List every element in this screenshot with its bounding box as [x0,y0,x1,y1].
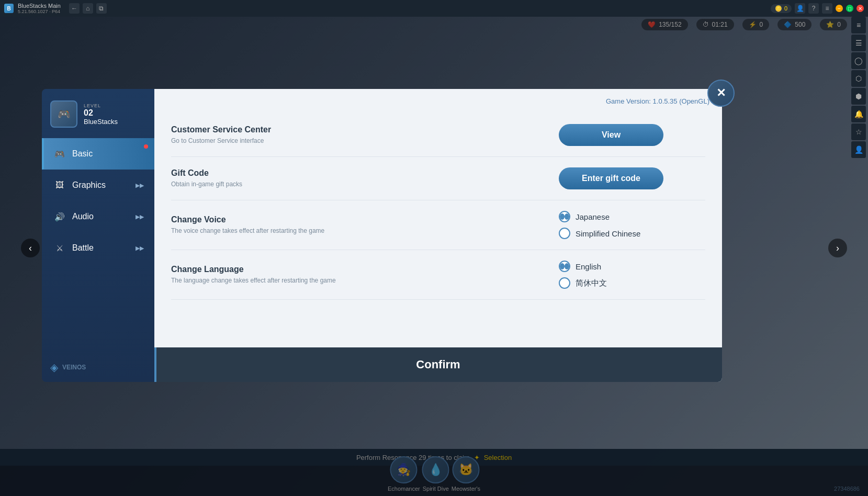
sidebar-btn-8[interactable]: 👤 [851,141,866,158]
sidebar-btn-7[interactable]: ☆ [851,123,866,140]
content-body: Customer Service Center Go to Customer S… [154,109,722,382]
language-simplified-chinese-label: 简休中文 [576,278,607,288]
graphics-icon: 🖼 [52,178,67,193]
change-voice-info: Change Voice The voice change takes effe… [171,215,559,235]
change-language-desc: The language change takes effect after r… [171,276,559,285]
nav-arrow-left[interactable]: ‹ [21,239,40,257]
coin-display: 🪙 0 [771,4,792,13]
avatar: 🎮 [50,100,77,128]
language-option-english[interactable]: English [559,261,601,272]
language-option-simplified-chinese[interactable]: 简休中文 [559,277,607,289]
sidebar-item-graphics[interactable]: 🖼 Graphics ▶▶ [42,170,154,201]
sidebar-footer: ◈ VEINOS [42,353,154,382]
confirm-label: Confirm [416,358,460,371]
battle-arrows: ▶▶ [136,245,144,252]
user-info: LEVEL 02 BlueStacks [84,103,118,126]
change-language-title: Change Language [171,265,559,274]
titlebar: B BlueStacks Main 5.21.560.1027 · P64 ← … [0,0,868,17]
audio-arrows: ▶▶ [136,213,144,220]
gift-code-desc: Obtain in-game gift packs [171,180,559,189]
customer-service-control: View [559,124,705,146]
graphics-arrows: ▶▶ [136,182,144,189]
bluestacks-right-sidebar: ≡ ☰ ◯ ⬡ ⬢ 🔔 ☆ 👤 [851,17,868,158]
customer-service-info: Customer Service Center Go to Customer S… [171,125,559,145]
footer-text: VEINOS [62,364,86,371]
view-button[interactable]: View [559,124,663,146]
menu-button[interactable]: ≡ [822,3,832,14]
sidebar-btn-5[interactable]: ⬢ [851,88,866,105]
sidebar-btn-1[interactable]: ≡ [851,17,866,33]
titlebar-right: 🪙 0 👤 ? ≡ − □ ✕ [771,3,864,14]
radio-japanese[interactable] [559,211,570,222]
change-language-row: Change Language The language change take… [171,250,705,300]
customer-service-desc: Go to Customer Service interface [171,137,559,145]
confirm-button[interactable]: Confirm [154,347,722,382]
change-voice-desc: The voice change takes effect after rest… [171,227,559,235]
sidebar-btn-4[interactable]: ⬡ [851,70,866,87]
sidebar-item-basic[interactable]: 🎮 Basic [42,138,154,170]
level-label: LEVEL [84,103,118,108]
footer-logo: ◈ [50,361,58,374]
sidebar-btn-3[interactable]: ◯ [851,52,866,69]
back-button[interactable]: ← [69,3,80,14]
gift-code-title: Gift Code [171,168,559,178]
voice-option-japanese[interactable]: Japanese [559,211,610,222]
language-radio-group: English 简休中文 [559,261,705,289]
sidebar-user-header: 🎮 LEVEL 02 BlueStacks [42,94,154,134]
username: BlueStacks [84,118,118,126]
maximize-button[interactable]: □ [846,5,853,12]
tab-button[interactable]: ⧉ [96,3,107,14]
home-button[interactable]: ⌂ [83,3,93,14]
minimize-button[interactable]: − [836,5,843,12]
profile-button[interactable]: 👤 [795,3,805,14]
basic-icon: 🎮 [52,146,67,161]
language-english-label: English [576,262,601,271]
level-number: 02 [84,108,118,118]
settings-dialog: ✕ 🎮 LEVEL 02 BlueStacks 🎮 Basic 🖼 Graphi… [42,89,722,382]
sidebar-item-battle[interactable]: ⚔ Battle ▶▶ [42,232,154,264]
change-voice-row: Change Voice The voice change takes effe… [171,200,705,250]
titlebar-nav: ← ⌂ ⧉ [69,3,107,14]
radio-simplified-chinese-lang[interactable] [559,277,570,289]
nav-arrow-right[interactable]: › [828,239,847,257]
confirm-accent [154,347,156,382]
voice-japanese-label: Japanese [576,212,610,221]
voice-radio-group: Japanese Simplified Chinese [559,211,705,239]
sidebar-item-audio[interactable]: 🔊 Audio ▶▶ [42,201,154,232]
sidebar-btn-2[interactable]: ☰ [851,35,866,51]
settings-content-panel: Game Version: 1.0.5.35 (OpenGL) Customer… [154,89,722,382]
sidebar-label-graphics: Graphics [72,181,130,190]
customer-service-row: Customer Service Center Go to Customer S… [171,114,705,157]
sidebar-label-audio: Audio [72,212,130,221]
active-indicator [42,138,44,170]
audio-icon: 🔊 [52,209,67,224]
game-version: Game Version: 1.0.5.35 (OpenGL) [154,89,722,109]
battle-icon: ⚔ [52,241,67,255]
app-title: BlueStacks Main [18,3,61,9]
app-icon: B [4,4,14,13]
notification-dot [144,144,148,149]
voice-simplified-chinese-label: Simplified Chinese [576,229,640,238]
app-subtitle: 5.21.560.1027 · P64 [18,9,61,14]
settings-sidebar: 🎮 LEVEL 02 BlueStacks 🎮 Basic 🖼 Graphics… [42,89,154,382]
enter-gift-code-button[interactable]: Enter gift code [559,167,663,189]
window-close-button[interactable]: ✕ [856,5,864,12]
radio-english[interactable] [559,261,570,272]
sidebar-label-basic: Basic [72,149,144,159]
close-button[interactable]: ✕ [707,80,735,107]
sidebar-label-battle: Battle [72,243,130,253]
radio-simplified-chinese[interactable] [559,228,570,239]
gift-code-info: Gift Code Obtain in-game gift packs [171,168,559,189]
change-voice-title: Change Voice [171,215,559,224]
voice-option-simplified-chinese[interactable]: Simplified Chinese [559,228,640,239]
customer-service-title: Customer Service Center [171,125,559,134]
change-language-info: Change Language The language change take… [171,265,559,285]
gift-code-control: Enter gift code [559,167,705,189]
gift-code-row: Gift Code Obtain in-game gift packs Ente… [171,157,705,200]
sidebar-btn-6[interactable]: 🔔 [851,106,866,122]
help-button[interactable]: ? [808,3,819,14]
